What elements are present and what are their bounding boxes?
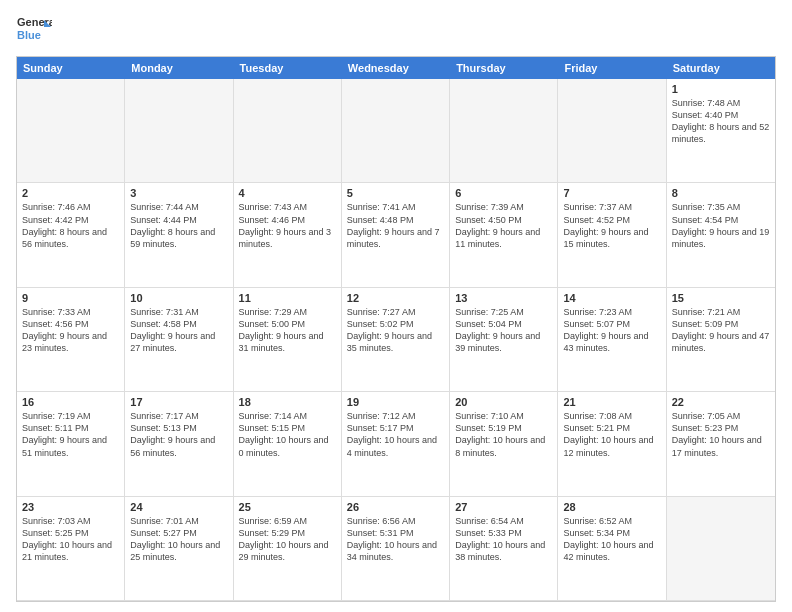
cell-info: Sunrise: 7:21 AMSunset: 5:09 PMDaylight:… <box>672 306 770 355</box>
cell-day-number: 25 <box>239 501 336 513</box>
calendar-cell: 25Sunrise: 6:59 AMSunset: 5:29 PMDayligh… <box>234 497 342 601</box>
cell-day-number: 26 <box>347 501 444 513</box>
cell-day-number: 7 <box>563 187 660 199</box>
cell-info: Sunrise: 6:56 AMSunset: 5:31 PMDaylight:… <box>347 515 444 564</box>
logo: General Blue <box>16 12 52 48</box>
cell-info: Sunrise: 7:39 AMSunset: 4:50 PMDaylight:… <box>455 201 552 250</box>
day-headers-row: SundayMondayTuesdayWednesdayThursdayFrid… <box>17 57 775 79</box>
cell-day-number: 8 <box>672 187 770 199</box>
cell-info: Sunrise: 7:14 AMSunset: 5:15 PMDaylight:… <box>239 410 336 459</box>
cell-info: Sunrise: 7:08 AMSunset: 5:21 PMDaylight:… <box>563 410 660 459</box>
day-header-tuesday: Tuesday <box>234 57 342 79</box>
cell-day-number: 23 <box>22 501 119 513</box>
cell-day-number: 10 <box>130 292 227 304</box>
cell-info: Sunrise: 6:54 AMSunset: 5:33 PMDaylight:… <box>455 515 552 564</box>
cell-info: Sunrise: 7:05 AMSunset: 5:23 PMDaylight:… <box>672 410 770 459</box>
cell-day-number: 19 <box>347 396 444 408</box>
calendar-cell <box>450 79 558 183</box>
calendar-cell: 6Sunrise: 7:39 AMSunset: 4:50 PMDaylight… <box>450 183 558 287</box>
svg-text:Blue: Blue <box>17 29 41 41</box>
cell-day-number: 22 <box>672 396 770 408</box>
cell-info: Sunrise: 7:41 AMSunset: 4:48 PMDaylight:… <box>347 201 444 250</box>
calendar-cell: 11Sunrise: 7:29 AMSunset: 5:00 PMDayligh… <box>234 288 342 392</box>
calendar-cell: 3Sunrise: 7:44 AMSunset: 4:44 PMDaylight… <box>125 183 233 287</box>
calendar-cell: 4Sunrise: 7:43 AMSunset: 4:46 PMDaylight… <box>234 183 342 287</box>
cell-day-number: 2 <box>22 187 119 199</box>
calendar-cell: 27Sunrise: 6:54 AMSunset: 5:33 PMDayligh… <box>450 497 558 601</box>
cell-info: Sunrise: 7:48 AMSunset: 4:40 PMDaylight:… <box>672 97 770 146</box>
cell-day-number: 28 <box>563 501 660 513</box>
cell-info: Sunrise: 7:33 AMSunset: 4:56 PMDaylight:… <box>22 306 119 355</box>
cell-day-number: 27 <box>455 501 552 513</box>
cell-info: Sunrise: 7:35 AMSunset: 4:54 PMDaylight:… <box>672 201 770 250</box>
cell-day-number: 17 <box>130 396 227 408</box>
day-header-wednesday: Wednesday <box>342 57 450 79</box>
calendar-cell: 12Sunrise: 7:27 AMSunset: 5:02 PMDayligh… <box>342 288 450 392</box>
cell-info: Sunrise: 6:52 AMSunset: 5:34 PMDaylight:… <box>563 515 660 564</box>
calendar-cell <box>234 79 342 183</box>
calendar-cell: 20Sunrise: 7:10 AMSunset: 5:19 PMDayligh… <box>450 392 558 496</box>
calendar-cell <box>125 79 233 183</box>
cell-day-number: 11 <box>239 292 336 304</box>
cell-info: Sunrise: 7:25 AMSunset: 5:04 PMDaylight:… <box>455 306 552 355</box>
calendar-cell: 17Sunrise: 7:17 AMSunset: 5:13 PMDayligh… <box>125 392 233 496</box>
calendar: SundayMondayTuesdayWednesdayThursdayFrid… <box>16 56 776 602</box>
cell-day-number: 13 <box>455 292 552 304</box>
calendar-cell: 5Sunrise: 7:41 AMSunset: 4:48 PMDaylight… <box>342 183 450 287</box>
cell-day-number: 5 <box>347 187 444 199</box>
cell-info: Sunrise: 7:12 AMSunset: 5:17 PMDaylight:… <box>347 410 444 459</box>
calendar-cell: 26Sunrise: 6:56 AMSunset: 5:31 PMDayligh… <box>342 497 450 601</box>
cell-info: Sunrise: 6:59 AMSunset: 5:29 PMDaylight:… <box>239 515 336 564</box>
logo-svg: General Blue <box>16 12 52 48</box>
calendar-cell: 2Sunrise: 7:46 AMSunset: 4:42 PMDaylight… <box>17 183 125 287</box>
day-header-thursday: Thursday <box>450 57 558 79</box>
calendar-cell: 22Sunrise: 7:05 AMSunset: 5:23 PMDayligh… <box>667 392 775 496</box>
cell-day-number: 16 <box>22 396 119 408</box>
calendar-cell: 8Sunrise: 7:35 AMSunset: 4:54 PMDaylight… <box>667 183 775 287</box>
cell-day-number: 6 <box>455 187 552 199</box>
day-header-sunday: Sunday <box>17 57 125 79</box>
cell-day-number: 24 <box>130 501 227 513</box>
calendar-cell: 10Sunrise: 7:31 AMSunset: 4:58 PMDayligh… <box>125 288 233 392</box>
calendar-cell: 16Sunrise: 7:19 AMSunset: 5:11 PMDayligh… <box>17 392 125 496</box>
day-header-saturday: Saturday <box>667 57 775 79</box>
cell-info: Sunrise: 7:17 AMSunset: 5:13 PMDaylight:… <box>130 410 227 459</box>
cell-info: Sunrise: 7:27 AMSunset: 5:02 PMDaylight:… <box>347 306 444 355</box>
calendar-cell: 7Sunrise: 7:37 AMSunset: 4:52 PMDaylight… <box>558 183 666 287</box>
calendar-grid: 1Sunrise: 7:48 AMSunset: 4:40 PMDaylight… <box>17 79 775 601</box>
calendar-cell <box>667 497 775 601</box>
calendar-cell: 24Sunrise: 7:01 AMSunset: 5:27 PMDayligh… <box>125 497 233 601</box>
calendar-cell <box>558 79 666 183</box>
cell-info: Sunrise: 7:10 AMSunset: 5:19 PMDaylight:… <box>455 410 552 459</box>
cell-info: Sunrise: 7:46 AMSunset: 4:42 PMDaylight:… <box>22 201 119 250</box>
calendar-cell <box>17 79 125 183</box>
cell-day-number: 4 <box>239 187 336 199</box>
calendar-cell: 28Sunrise: 6:52 AMSunset: 5:34 PMDayligh… <box>558 497 666 601</box>
cell-info: Sunrise: 7:31 AMSunset: 4:58 PMDaylight:… <box>130 306 227 355</box>
day-header-monday: Monday <box>125 57 233 79</box>
cell-day-number: 18 <box>239 396 336 408</box>
cell-info: Sunrise: 7:23 AMSunset: 5:07 PMDaylight:… <box>563 306 660 355</box>
cell-info: Sunrise: 7:43 AMSunset: 4:46 PMDaylight:… <box>239 201 336 250</box>
day-header-friday: Friday <box>558 57 666 79</box>
cell-info: Sunrise: 7:03 AMSunset: 5:25 PMDaylight:… <box>22 515 119 564</box>
cell-day-number: 1 <box>672 83 770 95</box>
cell-day-number: 12 <box>347 292 444 304</box>
calendar-cell: 1Sunrise: 7:48 AMSunset: 4:40 PMDaylight… <box>667 79 775 183</box>
calendar-cell: 13Sunrise: 7:25 AMSunset: 5:04 PMDayligh… <box>450 288 558 392</box>
cell-info: Sunrise: 7:37 AMSunset: 4:52 PMDaylight:… <box>563 201 660 250</box>
cell-info: Sunrise: 7:44 AMSunset: 4:44 PMDaylight:… <box>130 201 227 250</box>
calendar-cell: 15Sunrise: 7:21 AMSunset: 5:09 PMDayligh… <box>667 288 775 392</box>
calendar-cell: 14Sunrise: 7:23 AMSunset: 5:07 PMDayligh… <box>558 288 666 392</box>
cell-info: Sunrise: 7:01 AMSunset: 5:27 PMDaylight:… <box>130 515 227 564</box>
calendar-cell <box>342 79 450 183</box>
cell-day-number: 14 <box>563 292 660 304</box>
cell-day-number: 9 <box>22 292 119 304</box>
calendar-cell: 23Sunrise: 7:03 AMSunset: 5:25 PMDayligh… <box>17 497 125 601</box>
cell-day-number: 21 <box>563 396 660 408</box>
cell-day-number: 3 <box>130 187 227 199</box>
calendar-cell: 9Sunrise: 7:33 AMSunset: 4:56 PMDaylight… <box>17 288 125 392</box>
cell-info: Sunrise: 7:19 AMSunset: 5:11 PMDaylight:… <box>22 410 119 459</box>
cell-info: Sunrise: 7:29 AMSunset: 5:00 PMDaylight:… <box>239 306 336 355</box>
calendar-cell: 19Sunrise: 7:12 AMSunset: 5:17 PMDayligh… <box>342 392 450 496</box>
